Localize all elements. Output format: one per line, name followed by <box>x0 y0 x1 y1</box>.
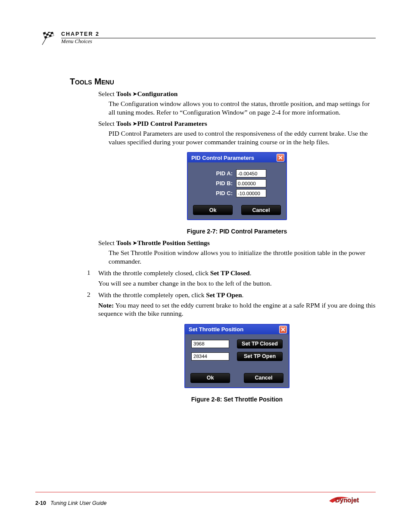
ok-button[interactable]: Ok <box>190 373 230 383</box>
pid-a-label: PID A: <box>208 170 233 177</box>
arrow-right-icon: ➤ <box>133 240 137 246</box>
figure-caption: Figure 2-7: PID Control Parameters <box>98 228 376 235</box>
figure-caption: Figure 2-8: Set Throttle Position <box>98 396 376 403</box>
chapter-label: CHAPTER 2 <box>61 31 376 37</box>
dialog-titlebar: Set Throttle Position <box>185 325 289 334</box>
header-section: Menu Choices <box>61 38 376 45</box>
dynojet-logo-icon: Dynojet <box>328 495 376 507</box>
step-note: Note: You may need to set the eddy curre… <box>98 301 376 318</box>
dialog-title: Set Throttle Position <box>189 326 243 333</box>
select-line: Select Tools ➤Throttle Position Settings <box>98 239 376 247</box>
select-line: Select Tools ➤PID Control Parameters <box>98 120 376 128</box>
paragraph: The Configuration window allows you to c… <box>109 100 376 116</box>
arrow-right-icon: ➤ <box>133 121 137 127</box>
cancel-button[interactable]: Cancel <box>241 205 281 215</box>
close-icon[interactable] <box>277 154 284 162</box>
page-number: 2-10 <box>35 500 46 506</box>
guide-title: Tuning Link User Guide <box>50 500 106 506</box>
paragraph: The Set Throttle Position window allows … <box>109 249 376 265</box>
step-number: 1 <box>87 269 98 287</box>
section-title: Tools Menu <box>70 77 376 87</box>
pid-b-input[interactable] <box>236 179 266 187</box>
pid-a-input[interactable] <box>236 169 266 177</box>
set-throttle-dialog: Set Throttle Position Set TP Closed Set … <box>184 324 290 388</box>
cancel-button[interactable]: Cancel <box>244 373 283 383</box>
select-line: Select Tools ➤Configuration <box>98 90 376 98</box>
page-header: CHAPTER 2 Menu Choices <box>43 31 376 50</box>
step-follow: You will see a number change in the box … <box>98 279 376 288</box>
set-tp-open-button[interactable]: Set TP Open <box>237 352 283 361</box>
paragraph: PID Control Parameters are used to contr… <box>109 129 376 146</box>
pid-c-label: PID C: <box>208 190 233 196</box>
checkered-flag-icon <box>40 32 58 48</box>
dialog-title: PID Control Parameters <box>191 155 254 161</box>
close-icon[interactable] <box>279 326 287 333</box>
ok-button[interactable]: Ok <box>193 205 233 215</box>
pid-dialog: PID Control Parameters PID A: PID B: <box>187 152 287 220</box>
pid-b-label: PID B: <box>208 180 233 187</box>
step-row: 1 With the throttle completely closed, c… <box>87 269 376 287</box>
footer-rule <box>35 492 376 492</box>
svg-text:Dynojet: Dynojet <box>335 496 359 504</box>
step-number: 2 <box>87 291 98 318</box>
tp-open-input[interactable] <box>191 352 229 361</box>
dialog-titlebar: PID Control Parameters <box>188 153 286 162</box>
pid-c-input[interactable] <box>236 189 266 197</box>
step-row: 2 With the throttle completely open, cli… <box>87 291 376 318</box>
tp-closed-input[interactable] <box>191 340 229 348</box>
page-footer: 2-10 Tuning Link User Guide Dynojet <box>35 492 376 506</box>
set-tp-closed-button[interactable]: Set TP Closed <box>237 339 283 348</box>
arrow-right-icon: ➤ <box>133 91 137 97</box>
